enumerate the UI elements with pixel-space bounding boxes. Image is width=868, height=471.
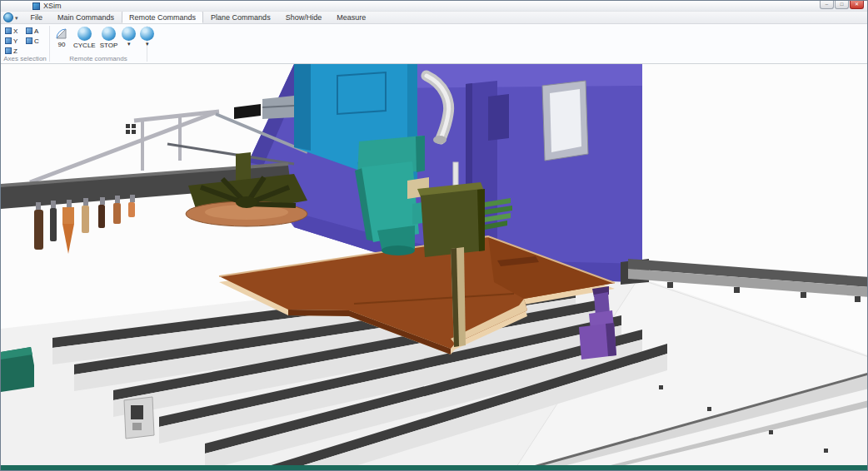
tool-bit xyxy=(98,205,105,228)
axis-checkbox-y[interactable]: Y xyxy=(5,36,26,46)
axis-checkbox-x[interactable]: X xyxy=(5,26,26,36)
rotate-90-button[interactable]: 90 xyxy=(52,26,71,49)
window-title: XSim xyxy=(43,2,62,10)
stop-orb-icon xyxy=(102,27,116,41)
axis-c-icon xyxy=(26,37,32,44)
remote-dropdown-1[interactable]: ▾ xyxy=(120,26,137,47)
simulation-scene xyxy=(1,64,867,470)
close-button[interactable]: ✕ xyxy=(850,1,864,9)
chevron-down-icon: ▾ xyxy=(146,42,149,47)
tab-measure[interactable]: Measure xyxy=(329,11,373,23)
remote-commands-group: 90 CYCLE STOP ▾ ▾ Remote commands xyxy=(50,24,147,63)
titlebar: XSim – □ ✕ xyxy=(1,1,867,12)
stop-button[interactable]: STOP xyxy=(98,26,120,50)
tool-bit xyxy=(82,206,89,233)
app-menu-icon xyxy=(3,12,13,22)
axis-x-icon xyxy=(5,27,12,34)
chevron-down-icon: ▾ xyxy=(15,15,18,22)
tool-bit xyxy=(113,203,121,224)
tab-remote-commands[interactable]: Remote Commands xyxy=(122,11,203,23)
chevron-down-icon: ▾ xyxy=(127,42,131,47)
axes-selection-group: X A Y C Z Axes selecti xyxy=(1,24,49,63)
app-icon xyxy=(32,2,40,10)
axis-checkbox-a[interactable]: A xyxy=(26,26,47,36)
tool-bit xyxy=(128,202,135,217)
minimize-button[interactable]: – xyxy=(820,1,834,9)
tab-plane-commands[interactable]: Plane Commands xyxy=(203,11,278,23)
app-menu-button[interactable]: ▾ xyxy=(3,12,18,23)
tab-file[interactable]: File xyxy=(23,11,51,23)
axes-group-label: Axes selection xyxy=(1,55,49,62)
tool-bit xyxy=(50,208,57,241)
tab-main-commands[interactable]: Main Commands xyxy=(50,11,122,23)
3d-viewport[interactable] xyxy=(1,64,867,470)
xsim-window: XSim – □ ✕ ▾ File Main Commands Remote C… xyxy=(0,0,868,471)
ribbon: X A Y C Z Axes selecti xyxy=(1,24,867,64)
tab-show-hide[interactable]: Show/Hide xyxy=(278,11,330,23)
axis-y-icon xyxy=(5,37,12,44)
remote-orb-icon xyxy=(140,27,154,41)
protractor-icon xyxy=(54,27,69,40)
axis-a-icon xyxy=(26,27,32,34)
floor-strip xyxy=(1,465,867,470)
remote-orb-icon xyxy=(122,27,136,41)
ribbon-tab-row: ▾ File Main Commands Remote Commands Pla… xyxy=(1,12,867,24)
remote-dropdown-2[interactable]: ▾ xyxy=(138,26,156,47)
cycle-orb-icon xyxy=(77,27,92,41)
tool-bit xyxy=(62,207,74,224)
tool-bit xyxy=(34,210,43,250)
maximize-button[interactable]: □ xyxy=(835,1,849,9)
axis-z-icon xyxy=(5,47,12,54)
axis-checkbox-c[interactable]: C xyxy=(26,36,47,46)
remote-group-label: Remote commands xyxy=(50,55,147,62)
cycle-button[interactable]: CYCLE xyxy=(72,26,97,50)
